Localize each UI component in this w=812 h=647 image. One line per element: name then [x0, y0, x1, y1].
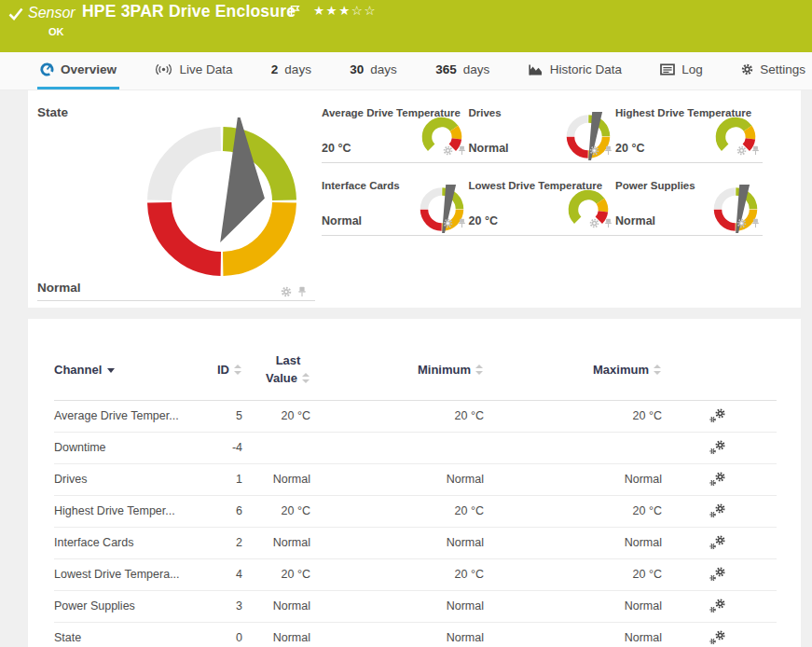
gear-icon[interactable]: [736, 143, 747, 159]
column-header-maximum[interactable]: Maximum: [484, 363, 662, 377]
table-row: Lowest Drive Tempera...420 °C20 °C20 °C: [54, 559, 777, 591]
mini-panel-icons: [443, 143, 467, 159]
cell-id: 4: [194, 568, 242, 581]
star-empty-icon[interactable]: ☆: [364, 3, 377, 18]
overview-gauges-panel: State Normal Average Drive Temperature20…: [28, 90, 801, 308]
star-empty-icon[interactable]: ☆: [351, 3, 365, 18]
live-icon: [155, 63, 172, 76]
gear-icon[interactable]: [736, 215, 747, 232]
mini-panel-power-supplies[interactable]: Power SuppliesNormal: [615, 175, 763, 236]
column-header-id[interactable]: ID: [194, 363, 242, 377]
pin-icon[interactable]: [603, 215, 613, 232]
table-row: Drives1NormalNormalNormal: [54, 464, 777, 496]
mini-panel-lowest-drive-temperature[interactable]: Lowest Drive Temperature20 °C: [469, 175, 616, 236]
channel-value: Normal: [469, 142, 509, 155]
star-filled-icon[interactable]: ★: [326, 3, 339, 18]
pin-icon[interactable]: [296, 284, 308, 301]
channel-table-header: Channel ID Last Value Minimum Maximum: [54, 352, 777, 401]
state-gauge[interactable]: [138, 117, 306, 285]
channel-table-body: Average Drive Temper...520 °C20 °C20 °CD…: [54, 401, 777, 647]
channel-value: 20 °C: [615, 142, 644, 155]
pin-icon[interactable]: [603, 143, 613, 159]
mini-panel-average-drive-temperature[interactable]: Average Drive Temperature20 °C: [322, 103, 469, 163]
cell-minimum: 20 °C: [310, 409, 484, 422]
tab-live-data[interactable]: Live Data: [152, 52, 235, 89]
mini-panel-icons: [589, 143, 613, 159]
tab-log[interactable]: Log: [657, 52, 706, 89]
cell-last-value: 20 °C: [242, 409, 310, 422]
chart-icon: [529, 63, 544, 76]
cell-channel: State: [54, 631, 194, 644]
gear-icon[interactable]: [443, 143, 453, 159]
cell-last-value: Normal: [242, 536, 310, 549]
cell-last-value: Normal: [242, 599, 310, 613]
pin-icon[interactable]: [457, 215, 467, 232]
priority-flag-icon[interactable]: [290, 4, 300, 21]
cell-maximum: Normal: [484, 599, 662, 613]
column-header-minimum[interactable]: Minimum: [310, 363, 484, 377]
tab-historic-data[interactable]: Historic Data: [526, 52, 625, 89]
priority-star-rating[interactable]: ★★★☆☆: [313, 3, 377, 18]
gear-icon[interactable]: [589, 215, 599, 232]
pin-icon[interactable]: [750, 143, 761, 159]
cell-last-value: 20 °C: [242, 568, 310, 581]
tab-label: Settings: [760, 62, 805, 76]
tab-label: Log: [681, 62, 703, 76]
cell-id: -4: [194, 441, 242, 454]
column-header-channel[interactable]: Channel: [54, 363, 194, 377]
tab-label: days: [284, 62, 311, 76]
object-kind-label: Sensor: [28, 5, 76, 21]
channel-settings-gears-icon[interactable]: [709, 439, 727, 456]
pin-icon[interactable]: [457, 143, 467, 159]
cell-last-value: Normal: [242, 473, 310, 486]
star-filled-icon[interactable]: ★: [313, 3, 326, 18]
gear-icon[interactable]: [281, 284, 292, 301]
tab-settings[interactable]: Settings: [738, 52, 808, 89]
tab-number: 30: [350, 62, 364, 76]
channel-table-panel: Channel ID Last Value Minimum Maximum Av…: [28, 319, 801, 647]
tab-365-days[interactable]: 365days: [433, 52, 492, 89]
channel-settings-gears-icon[interactable]: [709, 534, 727, 551]
cell-channel: Lowest Drive Tempera...: [54, 568, 194, 581]
star-filled-icon[interactable]: ★: [338, 3, 351, 18]
tab-number: 2: [271, 62, 279, 76]
sensor-title: HPE 3PAR Drive Enclosure: [82, 2, 296, 21]
mini-panel-icons: [736, 143, 761, 159]
tab-label: days: [370, 62, 397, 76]
cell-last-value: Normal: [242, 631, 310, 644]
cell-minimum: 20 °C: [310, 568, 484, 581]
channel-settings-gears-icon[interactable]: [709, 502, 727, 519]
sensor-status-badge: OK: [48, 26, 64, 37]
sort-icon: [654, 365, 662, 375]
log-icon: [660, 63, 675, 76]
column-header-last-value[interactable]: Last Value: [242, 352, 310, 388]
table-row: Downtime-4: [54, 433, 777, 464]
table-row: State0NormalNormalNormal: [54, 623, 777, 647]
gear-icon[interactable]: [443, 215, 453, 232]
mini-panel-interface-cards[interactable]: Interface CardsNormal: [322, 175, 469, 236]
gear-icon: [741, 63, 753, 76]
mini-panel-highest-drive-temperature[interactable]: Highest Drive Temperature20 °C: [615, 103, 763, 163]
state-panel-title: State: [37, 105, 68, 119]
gauge-svg: [138, 117, 306, 285]
channel-settings-gears-icon[interactable]: [709, 629, 727, 646]
gear-icon[interactable]: [589, 143, 599, 159]
tab-label: Historic Data: [550, 62, 622, 76]
ok-check-icon: [8, 7, 23, 24]
tab-30-days[interactable]: 30days: [347, 52, 400, 89]
channel-settings-gears-icon[interactable]: [709, 566, 727, 583]
cell-minimum: 20 °C: [310, 504, 484, 517]
channel-value: 20 °C: [322, 142, 351, 155]
channel-value: Normal: [615, 214, 655, 227]
pin-icon[interactable]: [750, 215, 761, 232]
tab-overview[interactable]: Overview: [37, 52, 119, 89]
channel-settings-gears-icon[interactable]: [709, 598, 727, 614]
gauge-icon: [40, 62, 54, 76]
tab-2-days[interactable]: 2days: [268, 52, 314, 89]
tab-number: 365: [435, 62, 457, 76]
cell-maximum: Normal: [484, 536, 662, 549]
channel-settings-gears-icon[interactable]: [709, 471, 727, 488]
channel-settings-gears-icon[interactable]: [709, 407, 727, 424]
mini-panel-drives[interactable]: DrivesNormal: [469, 103, 616, 163]
cell-channel: Highest Drive Temper...: [54, 504, 194, 517]
